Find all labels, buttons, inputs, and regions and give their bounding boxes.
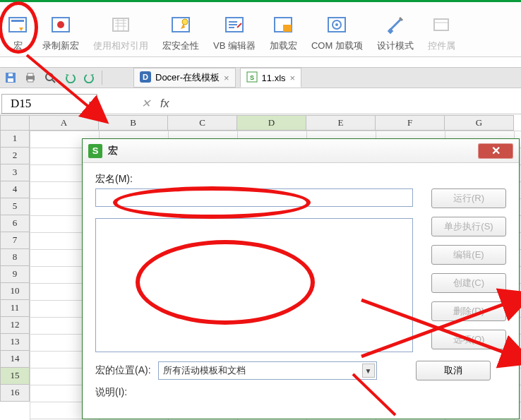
svg-rect-14 [434, 19, 448, 30]
cancel-button[interactable]: 取消 [416, 361, 491, 380]
column-header[interactable]: G [445, 115, 514, 131]
qa-preview[interactable] [41, 69, 59, 86]
ribbon-vb-editor[interactable]: VB 编辑器 [206, 4, 263, 55]
row-header[interactable]: 15 [0, 368, 30, 385]
tab-label: Docer-在线模板 [155, 71, 220, 84]
doc-tab-file[interactable]: S 11.xls × [240, 68, 302, 88]
row-header[interactable]: 1 [0, 131, 30, 148]
ribbon-com-addin[interactable]: COM 加载项 [304, 4, 370, 55]
combo-value: 所有活动模板和文档 [163, 364, 246, 377]
column-header[interactable]: A [30, 115, 99, 131]
edit-button[interactable]: 编辑(E) [431, 245, 506, 265]
fx-label[interactable]: fx [160, 97, 169, 110]
svg-rect-9 [283, 25, 292, 32]
ribbon-addin[interactable]: 加载宏 [263, 4, 304, 55]
location-label: 宏的位置(A): [95, 364, 151, 377]
macro-dialog: S 宏 ✕ 宏名(M): 运行(R) 单步执行(S) 编辑(E) 创建(C) 删… [82, 138, 520, 419]
macro-name-input[interactable] [95, 188, 413, 207]
row-header[interactable]: 16 [0, 385, 30, 402]
row-header[interactable]: 9 [0, 266, 30, 283]
row-header[interactable]: 12 [0, 317, 30, 334]
chevron-down-icon[interactable]: ▼ [85, 100, 97, 107]
row-header[interactable]: 13 [0, 334, 30, 351]
dialog-body: 宏名(M): 运行(R) 单步执行(S) 编辑(E) 创建(C) 删除(D) 选… [83, 163, 519, 419]
macro-list[interactable] [95, 218, 413, 352]
column-header[interactable]: C [168, 115, 237, 131]
row-header[interactable]: 10 [0, 283, 30, 300]
row-header[interactable]: 7 [0, 232, 30, 249]
column-header[interactable]: F [376, 115, 445, 131]
ribbon-label: 控件属 [428, 40, 455, 52]
column-header[interactable]: E [306, 115, 376, 131]
create-button[interactable]: 创建(C) [431, 273, 506, 293]
options-button[interactable]: 选项(O) [431, 330, 506, 349]
run-button[interactable]: 运行(R) [431, 188, 506, 208]
ribbon-record-macro[interactable]: 录制新宏 [35, 4, 86, 55]
fx-area: ✕ fx [141, 97, 169, 110]
name-box-text: D15 [2, 97, 85, 111]
svg-rect-16 [8, 78, 13, 82]
svg-text:D: D [143, 73, 148, 81]
xls-icon: S [246, 71, 258, 85]
com-addin-icon [326, 14, 347, 35]
ribbon-macro[interactable]: 宏 [0, 4, 35, 55]
svg-point-21 [46, 73, 53, 80]
column-header[interactable]: B [99, 115, 168, 131]
qa-save[interactable] [1, 69, 20, 86]
column-header[interactable]: D [237, 115, 306, 131]
ribbon-control-props[interactable]: 控件属 [421, 4, 462, 55]
ribbon-label: VB 编辑器 [213, 40, 256, 52]
addin-icon [273, 14, 294, 35]
ribbon-label: 宏安全性 [162, 40, 199, 52]
ribbon-design-mode[interactable]: 设计模式 [370, 4, 421, 55]
macro-name-label: 宏名(M): [95, 173, 506, 186]
ribbon-label: 加载宏 [270, 40, 297, 52]
svg-rect-17 [8, 73, 13, 76]
delete-button[interactable]: 删除(D) [431, 301, 506, 321]
row-header[interactable]: 6 [0, 215, 30, 232]
ribbon-label: COM 加载项 [311, 40, 363, 52]
close-icon[interactable]: × [290, 73, 296, 83]
name-box[interactable]: D15 ▼ [1, 94, 97, 114]
dialog-title: 宏 [108, 145, 118, 157]
fx-cancel-icon[interactable]: ✕ [141, 97, 150, 110]
ribbon-relative-ref[interactable]: 使用相对引用 [86, 4, 155, 55]
qa-redo[interactable] [80, 69, 99, 86]
relative-ref-icon [110, 14, 131, 35]
row-header[interactable]: 2 [0, 148, 30, 164]
ribbon-label: 设计模式 [377, 40, 414, 52]
step-button[interactable]: 单步执行(S) [431, 217, 506, 236]
row-header[interactable]: 5 [0, 198, 30, 215]
doc-tab-docer[interactable]: D Docer-在线模板 × [133, 68, 236, 88]
row-header[interactable]: 14 [0, 351, 30, 368]
svg-rect-19 [28, 73, 33, 76]
svg-rect-1 [11, 20, 24, 22]
svg-rect-20 [28, 79, 33, 82]
ribbon-label: 录制新宏 [42, 40, 79, 52]
quick-access-bar: D Docer-在线模板 × S 11.xls × [0, 67, 521, 88]
docer-icon: D [140, 71, 151, 85]
row-header[interactable]: 3 [0, 164, 30, 181]
svg-text:S: S [250, 74, 254, 81]
ribbon-macro-security[interactable]: 宏安全性 [155, 4, 206, 55]
select-all-corner[interactable] [0, 115, 30, 131]
dialog-app-icon: S [88, 144, 102, 158]
qa-undo[interactable] [61, 69, 79, 86]
dialog-side-buttons: 运行(R) 单步执行(S) 编辑(E) 创建(C) 删除(D) 选项(O) [431, 188, 506, 349]
qa-print[interactable] [21, 69, 40, 86]
description-label: 说明(I): [95, 386, 127, 397]
macro-security-icon [170, 14, 191, 35]
row-header[interactable]: 4 [0, 181, 30, 198]
macro-icon [7, 14, 28, 35]
close-icon[interactable]: × [224, 73, 229, 83]
dialog-titlebar[interactable]: S 宏 ✕ [83, 139, 519, 163]
row-header[interactable]: 11 [0, 300, 30, 317]
location-combo[interactable]: 所有活动模板和文档 ▼ [158, 361, 377, 380]
svg-point-12 [335, 23, 338, 26]
chevron-down-icon[interactable]: ▼ [362, 364, 375, 378]
ribbon-label: 宏 [13, 40, 23, 52]
svg-point-3 [57, 21, 64, 28]
dialog-close-button[interactable]: ✕ [478, 143, 513, 159]
row-header[interactable]: 8 [0, 249, 30, 266]
row-headers: 12345678910111213141516 [0, 131, 30, 402]
